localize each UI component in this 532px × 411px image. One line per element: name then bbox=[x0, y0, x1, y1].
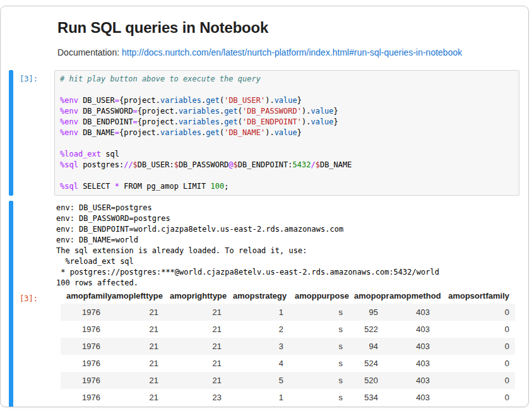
table-cell: 21 bbox=[106, 338, 164, 355]
cell-collapser-input[interactable] bbox=[9, 70, 13, 196]
output-cell: env: DB_USER=postgres env: DB_PASSWORD=p… bbox=[1, 201, 528, 407]
table-cell: 0 bbox=[435, 389, 515, 406]
input-prompt: [3]: bbox=[13, 70, 54, 196]
table-header-row: amopfamilyamoplefttypeamoprighttypeamops… bbox=[61, 289, 515, 304]
code-editor[interactable]: # hit play button above to execute the q… bbox=[54, 70, 519, 196]
stream-output: env: DB_USER=postgres env: DB_PASSWORD=p… bbox=[13, 203, 528, 289]
table-cell: 5 bbox=[227, 372, 289, 389]
table-cell: 0 bbox=[435, 355, 515, 372]
markdown-cell: Run SQL queries in Notebook Documentatio… bbox=[1, 6, 528, 70]
table-cell: 403 bbox=[384, 321, 435, 338]
code-text: # hit play button above to execute the q… bbox=[60, 74, 514, 192]
table-cell: 1976 bbox=[61, 389, 106, 406]
column-header: amoplefttype bbox=[106, 289, 164, 304]
execute-result: [3]: amopfamilyamoplefttypeamoprighttype… bbox=[13, 289, 528, 407]
table-cell: 2 bbox=[227, 321, 289, 338]
table-cell: 95 bbox=[348, 304, 384, 321]
table-cell: 21 bbox=[106, 304, 164, 321]
table-cell: 21 bbox=[106, 355, 164, 372]
output-area: env: DB_USER=postgres env: DB_PASSWORD=p… bbox=[13, 201, 528, 407]
table-row: 197621231s5344030 bbox=[61, 389, 515, 406]
result-table: amopfamilyamoplefttypeamoprighttypeamops… bbox=[61, 289, 515, 406]
column-header: amoprighttype bbox=[164, 289, 227, 304]
documentation-link[interactable]: http://docs.nurtch.com/en/latest/nurtch-… bbox=[122, 47, 462, 57]
code-cell: [3]: # hit play button above to execute … bbox=[1, 70, 528, 196]
table-cell: 0 bbox=[435, 338, 515, 355]
table-cell: s bbox=[289, 355, 348, 372]
column-header: amopmethod bbox=[384, 289, 435, 304]
notebook-window: Run SQL queries in Notebook Documentatio… bbox=[0, 6, 529, 407]
table-cell: 524 bbox=[348, 355, 384, 372]
table-cell: 21 bbox=[164, 304, 227, 321]
table-cell: 21 bbox=[164, 355, 227, 372]
table-row: 197621215s5204030 bbox=[61, 372, 515, 389]
table-cell: 1976 bbox=[61, 338, 106, 355]
table-cell: s bbox=[289, 372, 348, 389]
table-cell: 1976 bbox=[61, 372, 106, 389]
table-row: 197621214s5244030 bbox=[61, 355, 515, 372]
cell-collapser-output[interactable] bbox=[9, 201, 13, 407]
table-cell: 21 bbox=[106, 321, 164, 338]
table-cell: 21 bbox=[106, 372, 164, 389]
table-row: 197621213s944030 bbox=[61, 338, 515, 355]
table-cell: s bbox=[289, 389, 348, 406]
stream-text: env: DB_USER=postgres env: DB_PASSWORD=p… bbox=[56, 203, 528, 289]
table-cell: s bbox=[289, 338, 348, 355]
result-table-wrap: amopfamilyamoplefttypeamoprighttypeamops… bbox=[61, 289, 515, 407]
table-cell: s bbox=[289, 304, 348, 321]
table-cell: 1 bbox=[227, 304, 289, 321]
table-cell: 403 bbox=[384, 372, 435, 389]
table-cell: 3 bbox=[227, 338, 289, 355]
documentation-line: Documentation: http://docs.nurtch.com/en… bbox=[57, 47, 516, 58]
table-cell: 4 bbox=[227, 355, 289, 372]
table-cell: 21 bbox=[164, 321, 227, 338]
table-cell: 1976 bbox=[61, 304, 106, 321]
table-cell: 522 bbox=[348, 321, 384, 338]
table-cell: 94 bbox=[348, 338, 384, 355]
column-header: amopopr bbox=[348, 289, 384, 304]
table-cell: 403 bbox=[384, 389, 435, 406]
page-title: Run SQL queries in Notebook bbox=[57, 18, 516, 37]
table-cell: 0 bbox=[435, 321, 515, 338]
table-cell: s bbox=[289, 321, 348, 338]
table-row: 197621211s954030 bbox=[61, 304, 515, 321]
column-header: amoppurpose bbox=[289, 289, 348, 304]
table-cell: 403 bbox=[384, 355, 435, 372]
column-header: amopfamily bbox=[61, 289, 106, 304]
table-cell: 534 bbox=[348, 389, 384, 406]
table-cell: 0 bbox=[435, 304, 515, 321]
column-header: amopstrategy bbox=[227, 289, 289, 304]
table-cell: 403 bbox=[384, 304, 435, 321]
table-cell: 1 bbox=[227, 389, 289, 406]
table-cell: 21 bbox=[164, 338, 227, 355]
column-header: amopsortfamily bbox=[435, 289, 515, 304]
table-cell: 1976 bbox=[61, 321, 106, 338]
table-row: 197621212s5224030 bbox=[61, 321, 515, 338]
output-prompt: [3]: bbox=[13, 289, 54, 304]
documentation-label: Documentation: bbox=[57, 47, 122, 57]
table-cell: 520 bbox=[348, 372, 384, 389]
clipped-table-row bbox=[61, 407, 515, 407]
table-cell: 0 bbox=[435, 372, 515, 389]
table-cell: 1976 bbox=[61, 355, 106, 372]
table-cell: 21 bbox=[106, 389, 164, 406]
table-cell: 403 bbox=[384, 338, 435, 355]
table-cell: 21 bbox=[164, 372, 227, 389]
table-cell: 23 bbox=[164, 389, 227, 406]
